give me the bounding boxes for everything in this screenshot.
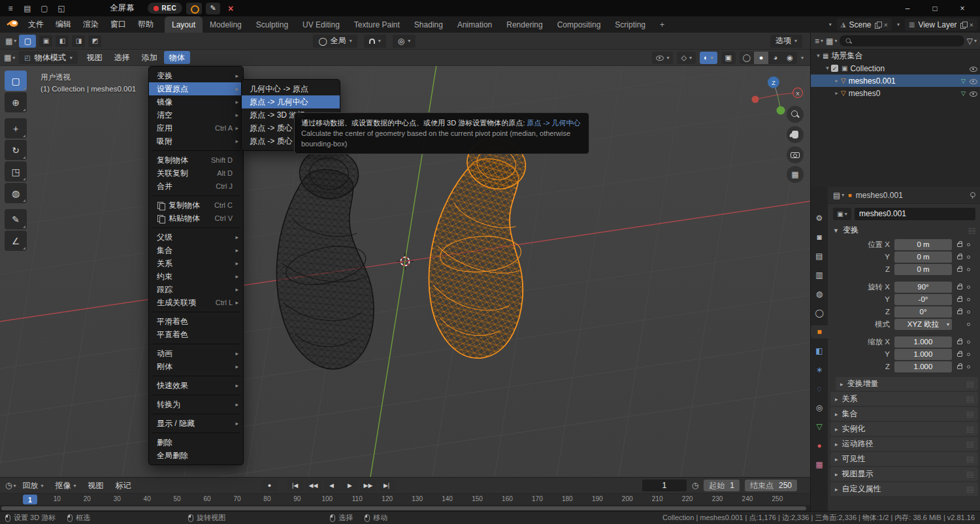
- animate-dot[interactable]: [967, 323, 970, 326]
- options-dropdown[interactable]: 选项 ▾: [770, 35, 802, 48]
- menubar-menu[interactable]: 编辑: [50, 16, 77, 33]
- properties-tab-view-layer[interactable]: ▥: [811, 269, 828, 282]
- panel-grip-icon[interactable]: ⣿⣿: [966, 396, 973, 402]
- viewport-menu[interactable]: 物体: [164, 51, 190, 64]
- editor-type-button[interactable]: ▦▾: [5, 37, 16, 46]
- object-menu-item[interactable]: 镜像: [149, 95, 243, 108]
- timeline-ruler[interactable]: 1 10203040506070809010011012013014015016…: [0, 494, 810, 505]
- tool-measure[interactable]: ∠: [5, 231, 27, 251]
- panel-grip-icon[interactable]: ⣿⣿: [966, 471, 973, 478]
- blender-logo-icon[interactable]: [7, 19, 18, 29]
- workspace-tab[interactable]: Sculpting: [249, 16, 295, 33]
- lock-icon[interactable]: [957, 310, 962, 314]
- tool-move[interactable]: +: [5, 118, 27, 139]
- transform-panel-header[interactable]: ▼ 变换 ⣿⣿: [828, 223, 980, 237]
- panel-grip-icon[interactable]: ⣿⣿: [966, 411, 973, 418]
- stop-recording-button[interactable]: ×: [224, 3, 237, 14]
- timeline-menu[interactable]: 视图▾: [83, 480, 109, 491]
- properties-tab-physics[interactable]: ◌: [811, 382, 828, 395]
- collapsed-panel-header[interactable]: ▸ 实例化 ⣿⣿: [830, 422, 978, 436]
- animate-dot[interactable]: [967, 298, 970, 301]
- workspace-tab[interactable]: Shading: [407, 16, 450, 33]
- zoom-button[interactable]: [787, 106, 804, 123]
- use-preview-range-icon[interactable]: ◷: [692, 481, 698, 490]
- set-origin-menu-item[interactable]: 几何中心 -> 原点: [242, 82, 340, 95]
- jump-to-end-button[interactable]: ▶|: [378, 480, 395, 491]
- collapsed-panel-header[interactable]: ▸ 集合 ⣿⣿: [830, 407, 978, 421]
- interaction-mode-dropdown[interactable]: ◰ 物体模式 ▾: [19, 51, 77, 64]
- transform-value-field[interactable]: 0 m▾: [894, 239, 952, 250]
- annotate-pen-button[interactable]: ✎: [206, 3, 220, 14]
- viewport-menu[interactable]: 选择: [109, 51, 135, 64]
- active-tool-icon[interactable]: ▢: [19, 35, 36, 48]
- proportional-edit-dropdown[interactable]: ◎ ▾: [393, 35, 416, 48]
- workspace-tab[interactable]: Scripting: [608, 16, 653, 33]
- screenshot-camera-button[interactable]: [186, 3, 202, 14]
- collapsed-panel-header[interactable]: ▸ 自定义属性 ⣿⣿: [830, 482, 978, 496]
- frame-start-field[interactable]: 起始1: [704, 480, 740, 491]
- properties-tab-constraints[interactable]: ◎: [811, 401, 828, 414]
- object-menu-item[interactable]: 粘贴物体 Ctrl V: [149, 212, 243, 225]
- workspace-tab[interactable]: Compositing: [550, 16, 608, 33]
- lock-icon[interactable]: [957, 243, 962, 247]
- toggle-ortho-button[interactable]: ▦: [787, 166, 804, 183]
- lock-icon[interactable]: [957, 268, 962, 272]
- object-menu-item[interactable]: 吸附: [149, 135, 243, 148]
- close-button[interactable]: ×: [949, 0, 976, 16]
- tool-select-box[interactable]: ▢: [5, 71, 27, 91]
- overlays-dropdown[interactable]: ◐▾: [700, 52, 717, 64]
- shading-wireframe-button[interactable]: ◯: [740, 52, 754, 64]
- object-menu-item[interactable]: 刚体: [149, 360, 243, 373]
- outliner-row-meshes0[interactable]: ▸ ▽ meshes0 ▽: [811, 87, 980, 99]
- next-keyframe-button[interactable]: ▶▶: [360, 480, 377, 491]
- workspace-tab[interactable]: Layout: [165, 16, 203, 33]
- select-mode-new-button[interactable]: ▣: [39, 35, 52, 47]
- shading-rendered-button[interactable]: ◉: [783, 52, 797, 64]
- object-name-field[interactable]: meshes0.001: [855, 208, 975, 220]
- maximize-button[interactable]: □: [921, 0, 949, 16]
- workspace-tab[interactable]: UV Editing: [295, 16, 347, 33]
- menubar-menu[interactable]: 文件: [22, 16, 50, 33]
- outliner-editor-type-button[interactable]: ≡▾: [815, 37, 823, 46]
- object-menu-item[interactable]: 变换: [149, 69, 243, 82]
- timeline-menu[interactable]: 抠像▾: [50, 480, 82, 491]
- properties-tab-render[interactable]: ◙: [811, 231, 828, 244]
- minimize-button[interactable]: –: [894, 0, 921, 16]
- remove-view-layer-icon[interactable]: ×: [970, 21, 973, 29]
- transform-value-field[interactable]: 1.000▾: [894, 361, 952, 372]
- object-menu-item[interactable]: 转换为: [149, 398, 243, 411]
- panel-grip-icon[interactable]: ⣿⣿: [966, 486, 973, 493]
- timeline-editor-type-button[interactable]: ◷▾: [5, 481, 16, 490]
- tool-transform[interactable]: ◍: [5, 183, 27, 203]
- window-layout-icon[interactable]: ▤: [21, 3, 34, 14]
- scene-selector[interactable]: ◮ Scene ×: [837, 18, 892, 31]
- animate-dot[interactable]: [967, 310, 970, 314]
- collapsed-panel-header[interactable]: ▸ 视图显示 ⣿⣿: [830, 467, 978, 481]
- menubar-menu[interactable]: 帮助: [132, 16, 159, 33]
- expand-icon[interactable]: ▸: [833, 90, 840, 96]
- properties-tab-particles[interactable]: ∗: [811, 363, 828, 376]
- collapsed-panel-header[interactable]: ▸ 可见性 ⣿⣿: [830, 452, 978, 466]
- transform-value-field[interactable]: 1.000▾: [894, 336, 952, 348]
- transform-value-field[interactable]: 90°▾: [894, 282, 952, 293]
- object-menu-item[interactable]: 生成关联项 Ctrl L: [149, 296, 243, 309]
- animate-dot[interactable]: [967, 286, 970, 289]
- properties-editor-type-button[interactable]: ▤▾: [833, 191, 844, 200]
- tool-cursor[interactable]: ⊕: [5, 92, 27, 112]
- object-menu-item[interactable]: 删除: [149, 436, 243, 449]
- workspace-tab[interactable]: +: [653, 16, 672, 33]
- object-menu-item[interactable]: 全局删除: [149, 449, 243, 462]
- app-menu-icon[interactable]: ≡: [4, 3, 17, 14]
- transform-value-field[interactable]: XYZ 欧拉▾: [894, 319, 952, 330]
- menubar-menu[interactable]: 窗口: [105, 16, 132, 33]
- camera-view-button[interactable]: [787, 146, 804, 163]
- workspace-tab[interactable]: Modeling: [203, 16, 249, 33]
- gizmos-dropdown[interactable]: ◇▾: [677, 52, 695, 64]
- properties-tab-texture[interactable]: ▦: [811, 458, 828, 471]
- tool-annotate[interactable]: ✎: [5, 209, 27, 229]
- timeline-menu[interactable]: 回放▾: [18, 480, 49, 491]
- object-menu-item[interactable]: 跟踪: [149, 283, 243, 296]
- object-menu-item[interactable]: 复制物体 Ctrl C: [149, 199, 243, 212]
- object-menu-item[interactable]: 约束: [149, 270, 243, 283]
- animate-dot[interactable]: [967, 365, 970, 368]
